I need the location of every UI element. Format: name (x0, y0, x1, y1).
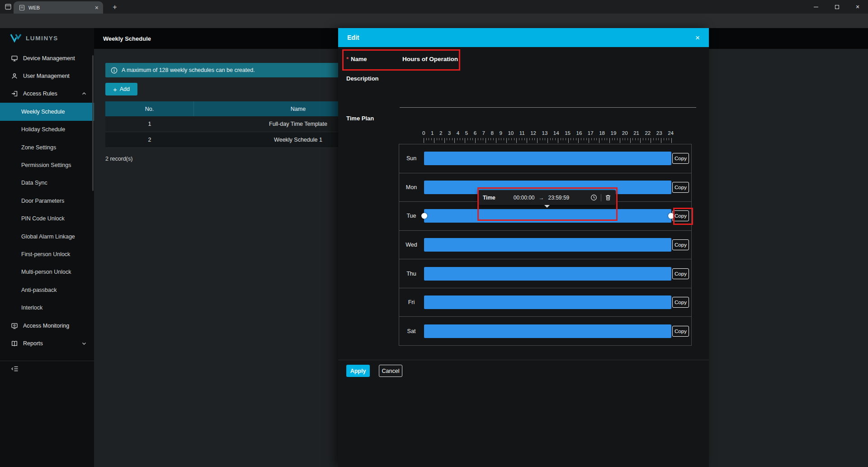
delete-segment-icon[interactable] (605, 194, 611, 201)
day-label: Sun (399, 155, 424, 162)
page-title: Weekly Schedule (103, 35, 151, 42)
close-icon[interactable]: × (695, 34, 700, 42)
sidebar-subitem[interactable]: Multi-person Unlock (0, 263, 94, 281)
sidebar-subitem[interactable]: Data Sync (0, 174, 94, 192)
sidebar-subitem[interactable]: Zone Settings (0, 138, 94, 156)
copy-button[interactable]: Copy (672, 239, 689, 250)
sidebar-subitem[interactable]: Door Parameters (0, 192, 94, 210)
sidebar-item-access-monitoring[interactable]: Access Monitoring (0, 317, 94, 334)
day-label: Tue (399, 213, 424, 219)
sidebar-item-access-rules[interactable]: Access Rules (0, 85, 94, 103)
time-bar[interactable] (424, 238, 671, 252)
apply-button[interactable]: Apply (346, 365, 370, 377)
app-logo: LUMINYS (10, 33, 58, 43)
sidebar-item-reports[interactable]: Reports (0, 334, 94, 352)
window-close-button[interactable]: × (847, 0, 868, 14)
time-bar[interactable] (424, 324, 671, 338)
plus-icon: + (113, 86, 117, 93)
sidebar-subitem[interactable]: Weekly Schedule (0, 103, 94, 120)
hour-label: 20 (622, 130, 628, 136)
tab-title: WEB (28, 5, 95, 10)
time-plan-day-row: Thu Copy (399, 259, 691, 288)
hour-label: 11 (519, 130, 525, 136)
hour-label: 5 (465, 130, 468, 136)
hour-label: 18 (599, 130, 605, 136)
start-time-value[interactable]: 00:00:00 (514, 195, 535, 201)
window-maximize-button[interactable] (826, 0, 847, 14)
sidebar-subitem[interactable]: Interlock (0, 299, 94, 316)
copy-button[interactable]: Copy (672, 210, 689, 221)
sidebar-item-user-management[interactable]: User Management (0, 67, 94, 85)
logo-text: LUMINYS (26, 35, 58, 42)
time-bar[interactable] (424, 267, 671, 281)
time-bar[interactable] (424, 209, 671, 223)
sidebar-subitem[interactable]: Permission Settings (0, 156, 94, 174)
column-header-no: No. (105, 101, 194, 116)
sidebar-subitem[interactable]: PIN Code Unlock (0, 210, 94, 228)
drawer-title: Edit (347, 34, 695, 41)
description-label: Description (346, 75, 379, 82)
hour-label: 19 (610, 130, 616, 136)
user-icon (11, 72, 18, 80)
drawer-header: Edit × (338, 28, 709, 47)
browser-toolbar: ← Not secure 192.168.1.196/#/index/acsSe… (0, 14, 868, 28)
tooltip-time-label: Time (483, 195, 495, 201)
arrow-right-icon: → (539, 195, 544, 201)
name-input[interactable]: Hours of Operation (402, 56, 458, 62)
hour-label: 12 (530, 130, 536, 136)
end-time-value[interactable]: 23:59:59 (548, 195, 570, 201)
new-tab-button[interactable]: + (110, 2, 120, 12)
time-bar-right-handle[interactable] (668, 213, 674, 219)
day-label: Mon (399, 184, 424, 191)
sidebar-subitem[interactable]: First-person Unlock (0, 245, 94, 263)
time-plan-day-row: Sat Copy (399, 316, 691, 345)
hour-label: 8 (491, 130, 494, 136)
day-label: Thu (399, 271, 424, 277)
hour-label: 24 (668, 130, 674, 136)
hour-label: 15 (565, 130, 571, 136)
collapse-sidebar-icon[interactable] (11, 365, 19, 373)
copy-button[interactable]: Copy (672, 153, 689, 164)
required-mark: * (346, 56, 349, 62)
time-range-tooltip: Time 00:00:00 → 23:59:59 (478, 190, 616, 205)
sidebar-divider (0, 361, 94, 361)
hour-label: 13 (542, 130, 548, 136)
sidebar-subitem[interactable]: Holiday Schedule (0, 121, 94, 138)
hour-label: 21 (633, 130, 639, 136)
hour-label: 9 (499, 130, 502, 136)
tab-close-icon[interactable]: × (95, 5, 99, 11)
copy-button[interactable]: Copy (672, 297, 689, 308)
sidebar-subitem[interactable]: Anti-passback (0, 281, 94, 299)
time-plan-label: Time Plan (346, 115, 374, 122)
window-minimize-button[interactable] (806, 0, 826, 14)
chevron-down-icon (81, 341, 87, 346)
cancel-button[interactable]: Cancel (379, 365, 402, 377)
sidebar-subitem[interactable]: Global Alarm Linkage (0, 228, 94, 245)
hour-label: 2 (439, 130, 442, 136)
hour-label: 10 (508, 130, 514, 136)
timeline-hour-labels: 0123456789101112131415161718192021222324 (422, 130, 674, 136)
day-label: Sat (399, 328, 424, 334)
time-plan-day-row: Sun Copy (399, 144, 691, 173)
info-icon (111, 67, 118, 74)
hour-label: 7 (482, 130, 485, 136)
sidebar-item-device-management[interactable]: Device Management (0, 49, 94, 67)
time-plan-day-row: Fri Copy (399, 288, 691, 317)
copy-button[interactable]: Copy (672, 182, 689, 193)
clock-icon[interactable] (590, 194, 597, 201)
time-bar-left-handle[interactable] (421, 213, 427, 219)
day-label: Wed (399, 242, 424, 248)
description-input[interactable] (400, 75, 696, 108)
hour-label: 1 (431, 130, 434, 136)
time-bar[interactable] (424, 152, 671, 165)
add-button[interactable]: + Add (105, 83, 137, 95)
time-bar[interactable] (424, 295, 671, 309)
copy-button[interactable]: Copy (672, 326, 689, 337)
tooltip-divider (601, 194, 601, 201)
copy-button[interactable]: Copy (672, 268, 689, 279)
browser-tab[interactable]: WEB × (14, 1, 103, 14)
sidebar-scrollbar[interactable] (92, 55, 94, 191)
tooltip-caret (544, 205, 550, 208)
monitoring-icon (11, 322, 18, 329)
timeline-ruler (424, 138, 672, 143)
